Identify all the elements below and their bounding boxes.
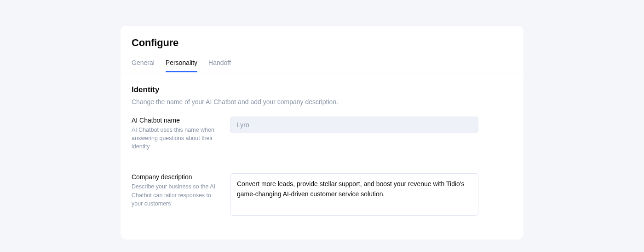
tab-personality[interactable]: Personality <box>166 59 197 72</box>
identity-description: Change the name of your AI Chatbot and a… <box>132 98 512 105</box>
chatbot-name-input[interactable] <box>230 117 478 133</box>
chatbot-name-input-col <box>230 117 512 133</box>
identity-section: Identity Change the name of your AI Chat… <box>121 72 523 229</box>
chatbot-name-row: AI Chatbot name AI Chatbot uses this nam… <box>132 117 512 162</box>
company-description-label: Company description <box>132 173 219 181</box>
company-description-input-col <box>230 173 512 217</box>
chatbot-name-label-col: AI Chatbot name AI Chatbot uses this nam… <box>132 117 219 151</box>
company-description-help: Describe your business so the AI Chatbot… <box>132 182 219 207</box>
company-description-row: Company description Describe your busine… <box>132 173 512 229</box>
company-description-textarea[interactable] <box>230 173 478 216</box>
card-header: Configure General Personality Handoff <box>121 37 523 72</box>
company-description-label-col: Company description Describe your busine… <box>132 173 219 207</box>
identity-title: Identity <box>132 85 512 94</box>
page-title: Configure <box>132 37 512 49</box>
tab-handoff[interactable]: Handoff <box>208 59 231 72</box>
tab-general[interactable]: General <box>132 59 155 72</box>
configure-card: Configure General Personality Handoff Id… <box>121 26 523 240</box>
chatbot-name-help: AI Chatbot uses this name when answering… <box>132 126 219 151</box>
tabs: General Personality Handoff <box>121 59 523 72</box>
chatbot-name-label: AI Chatbot name <box>132 117 219 124</box>
